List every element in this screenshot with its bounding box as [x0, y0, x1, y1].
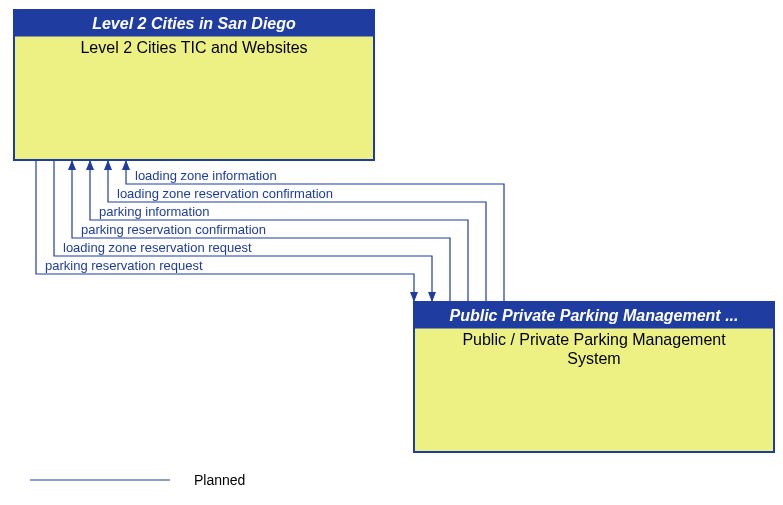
flow-label: loading zone reservation request	[63, 240, 252, 255]
box-left-header: Level 2 Cities in San Diego	[92, 15, 296, 32]
box-left-body: Level 2 Cities TIC and Websites	[80, 39, 307, 56]
arrowhead-icon	[122, 160, 130, 170]
box-right-body1: Public / Private Parking Management	[462, 331, 726, 348]
flow-label: loading zone information	[135, 168, 277, 183]
flow-label: parking information	[99, 204, 210, 219]
arrowhead-icon	[68, 160, 76, 170]
arrowhead-icon	[104, 160, 112, 170]
box-right-body2: System	[567, 350, 620, 367]
box-parking-management: Public Private Parking Management ... Pu…	[414, 302, 774, 452]
legend-label: Planned	[194, 472, 245, 488]
arrowhead-icon	[428, 292, 436, 302]
box-right-header: Public Private Parking Management ...	[450, 307, 739, 324]
arrowhead-icon	[86, 160, 94, 170]
flow-label: loading zone reservation confirmation	[117, 186, 333, 201]
flow-label: parking reservation confirmation	[81, 222, 266, 237]
diagram: Level 2 Cities in San Diego Level 2 Citi…	[0, 0, 783, 505]
arrowhead-icon	[410, 292, 418, 302]
box-level2-cities: Level 2 Cities in San Diego Level 2 Citi…	[14, 10, 374, 160]
flow-label: parking reservation request	[45, 258, 203, 273]
